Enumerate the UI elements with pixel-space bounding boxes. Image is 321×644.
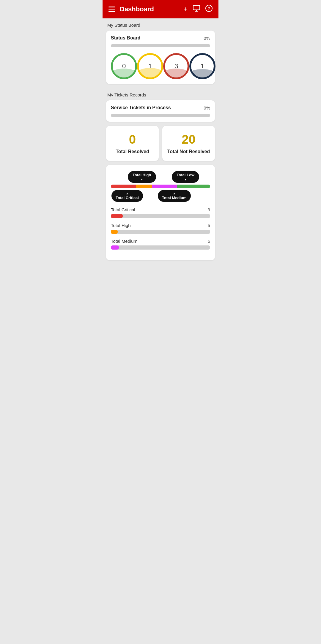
pbar-medium-label: Total Medium (111, 239, 137, 244)
gauge-value-3: 1 (201, 62, 204, 70)
gauge-circle-3: 1 (189, 53, 215, 79)
tooltip-low-label: Total Low (172, 171, 199, 183)
tooltip-high-badge[interactable]: Total High (128, 171, 156, 183)
priority-multibar (111, 185, 210, 188)
status-board-header: Status Board 0% (111, 35, 210, 41)
pbar-medium-fill (111, 245, 119, 250)
pbar-critical: Total Critical 9 (111, 207, 210, 218)
total-not-resolved-label: Total Not Resolved (166, 149, 211, 154)
total-not-resolved-value: 20 (166, 132, 211, 147)
pbar-critical-fill (111, 214, 123, 218)
gauge-circle-2: 3 (163, 53, 189, 79)
bar-critical (111, 185, 136, 188)
monitor-icon[interactable] (193, 5, 200, 13)
header-left: Dashboard (108, 5, 154, 13)
gauge-item-2: 3 (163, 53, 189, 79)
status-board-card: Status Board 0% 0 1 3 (106, 31, 215, 84)
gauge-item-3: 1 (189, 53, 215, 79)
service-tickets-title: Service Tickets in Process (111, 105, 171, 110)
pbar-critical-track (111, 214, 210, 218)
gauges-row: 0 1 3 1 (111, 53, 210, 79)
pbar-high-count: 5 (208, 223, 210, 228)
service-tickets-header: Service Tickets in Process 0% (111, 105, 210, 110)
tickets-section-label: My Tickets Records (103, 88, 218, 100)
service-tickets-card: Service Tickets in Process 0% (106, 100, 215, 122)
svg-text:?: ? (208, 6, 210, 11)
pbar-medium-count: 6 (208, 239, 210, 244)
pbar-high-header: Total High 5 (111, 223, 210, 228)
gauge-value-2: 3 (174, 62, 178, 70)
pbar-critical-header: Total Critical 9 (111, 207, 210, 212)
stats-row: 0 Total Resolved 20 Total Not Resolved (106, 126, 215, 161)
pbar-critical-label: Total Critical (111, 207, 135, 212)
tooltip-critical-badge[interactable]: Total Critical (111, 190, 143, 202)
priority-bars: Total Critical 9 Total High 5 Total Medi… (111, 207, 210, 250)
gauge-value-1: 1 (148, 62, 152, 70)
bar-medium (152, 185, 177, 188)
total-resolved-card: 0 Total Resolved (106, 126, 159, 161)
pbar-critical-count: 9 (208, 207, 210, 212)
gauge-value-0: 0 (122, 62, 126, 70)
pbar-high-track (111, 230, 210, 234)
status-board-title: Status Board (111, 35, 141, 41)
status-board-progress (111, 44, 210, 47)
pbar-high-fill (111, 230, 118, 234)
tooltip-critical-label: Total Critical (111, 190, 143, 202)
svg-rect-0 (193, 5, 200, 10)
tooltip-medium-label: Total Medium (158, 190, 191, 202)
gauge-item-0: 0 (111, 53, 137, 79)
bar-low (177, 185, 210, 188)
help-icon[interactable]: ? (205, 5, 213, 14)
app-header: Dashboard + ? (103, 0, 218, 18)
status-board-percent: 0% (204, 36, 210, 41)
add-icon[interactable]: + (184, 5, 188, 13)
gauge-circle-1: 1 (137, 53, 163, 79)
total-resolved-label: Total Resolved (110, 149, 155, 154)
tooltip-row-top: Total High Total Low (111, 171, 210, 183)
header-right: + ? (184, 5, 213, 14)
total-not-resolved-card: 20 Total Not Resolved (162, 126, 215, 161)
tooltip-high-label: Total High (128, 171, 156, 183)
pbar-high-label: Total High (111, 223, 131, 228)
status-board-section-label: My Status Board (103, 18, 218, 31)
pbar-medium-header: Total Medium 6 (111, 239, 210, 244)
gauge-item-1: 1 (137, 53, 163, 79)
pbar-medium: Total Medium 6 (111, 239, 210, 250)
tooltip-low-badge[interactable]: Total Low (172, 171, 199, 183)
total-resolved-value: 0 (110, 132, 155, 147)
page-title: Dashboard (120, 5, 154, 13)
gauge-circle-0: 0 (111, 53, 137, 79)
pbar-high: Total High 5 (111, 223, 210, 234)
service-tickets-progress (111, 114, 210, 117)
tooltip-medium-badge[interactable]: Total Medium (158, 190, 191, 202)
service-tickets-percent: 0% (204, 105, 210, 110)
bar-high (136, 185, 152, 188)
pbar-medium-track (111, 245, 210, 250)
menu-icon[interactable] (108, 7, 115, 12)
tooltip-row-bottom: Total Critical Total Medium (111, 190, 210, 202)
priority-chart-card: Total High Total Low Total Critical Tota… (106, 165, 215, 260)
